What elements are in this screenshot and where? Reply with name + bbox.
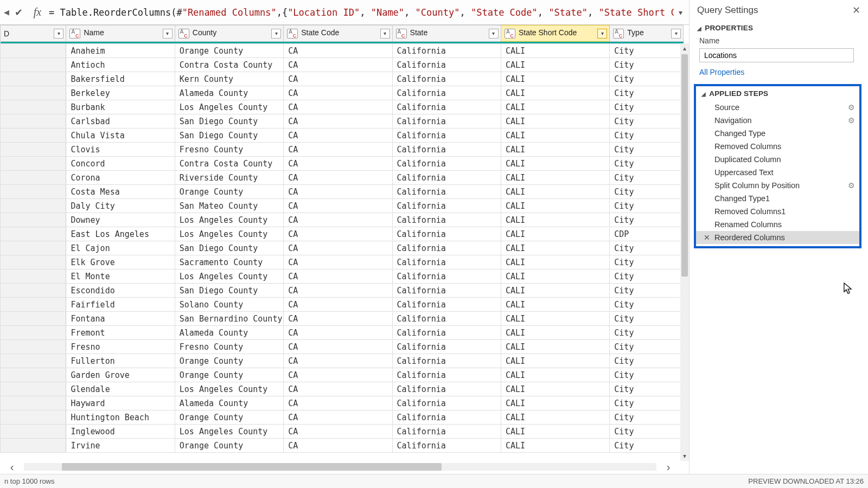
table-row[interactable]: FairfieldSolano CountyCACaliforniaCALICi… xyxy=(1,298,684,312)
cell[interactable]: San Diego County xyxy=(175,284,283,298)
cell[interactable]: San Diego County xyxy=(175,241,283,255)
table-row[interactable]: El MonteLos Angeles CountyCACaliforniaCA… xyxy=(1,269,684,284)
cell[interactable]: Los Angeles County xyxy=(175,382,283,396)
cell[interactable] xyxy=(1,354,66,368)
cell[interactable]: CA xyxy=(284,157,392,171)
cell[interactable]: CALI xyxy=(501,171,609,185)
cell[interactable]: Daly City xyxy=(66,199,175,213)
applied-step[interactable]: Uppercased Text xyxy=(696,166,859,179)
cell[interactable]: CA xyxy=(284,171,392,185)
cell[interactable]: Huntington Beach xyxy=(66,410,175,425)
scroll-left-icon[interactable]: ‹ xyxy=(0,461,24,473)
cell[interactable]: CALI xyxy=(501,199,609,213)
cell[interactable]: Corona xyxy=(66,171,175,185)
cell[interactable]: CDP xyxy=(610,227,684,241)
cell[interactable]: California xyxy=(392,143,501,157)
cell[interactable]: Los Angeles County xyxy=(175,227,283,241)
cell[interactable]: Los Angeles County xyxy=(175,213,283,227)
cell[interactable]: CA xyxy=(284,213,392,227)
cell[interactable]: CALI xyxy=(501,340,609,354)
cell[interactable] xyxy=(1,312,66,326)
cell[interactable]: Glendale xyxy=(66,382,175,396)
cell[interactable]: CA xyxy=(284,185,392,199)
column-filter-icon[interactable]: ▾ xyxy=(489,29,499,38)
cell[interactable]: CA xyxy=(284,340,392,354)
applied-step[interactable]: Changed Type1 xyxy=(696,192,859,205)
formula-expand-icon[interactable]: ▾ xyxy=(674,8,687,17)
cell[interactable]: CALI xyxy=(501,185,609,199)
cell[interactable]: City xyxy=(610,213,684,227)
cell[interactable] xyxy=(1,100,66,114)
cell[interactable]: Alameda County xyxy=(175,326,283,340)
cell[interactable]: CA xyxy=(284,284,392,298)
cell[interactable]: Orange County xyxy=(175,368,283,382)
cell[interactable] xyxy=(1,410,66,425)
cell[interactable]: City xyxy=(610,326,684,340)
delete-step-icon[interactable]: ✕ xyxy=(704,233,710,242)
cell[interactable] xyxy=(1,129,66,143)
cell[interactable]: CALI xyxy=(501,100,609,114)
cell[interactable]: City xyxy=(610,199,684,213)
cell[interactable]: Riverside County xyxy=(175,171,283,185)
cell[interactable]: Fresno County xyxy=(175,340,283,354)
data-grid[interactable]: D▾Name▾County▾State Code▾State▾State Sho… xyxy=(0,25,684,453)
table-row[interactable]: FresnoFresno CountyCACaliforniaCALICity xyxy=(1,340,684,354)
table-row[interactable]: El CajonSan Diego CountyCACaliforniaCALI… xyxy=(1,241,684,255)
cell[interactable]: City xyxy=(610,58,684,72)
nav-left-icon[interactable]: ◀ xyxy=(2,0,11,24)
cell[interactable]: City xyxy=(610,298,684,312)
column-header-sc[interactable]: State Code▾ xyxy=(284,25,392,42)
cell[interactable] xyxy=(1,44,66,58)
cell[interactable]: City xyxy=(610,425,684,439)
cell[interactable]: CALI xyxy=(501,382,609,396)
cell[interactable]: San Diego County xyxy=(175,114,283,129)
cell[interactable]: City xyxy=(610,72,684,86)
column-header-typ[interactable]: Type▾ xyxy=(610,25,684,42)
table-row[interactable]: HaywardAlameda CountyCACaliforniaCALICit… xyxy=(1,396,684,410)
cell[interactable]: Los Angeles County xyxy=(175,100,283,114)
table-row[interactable]: BurbankLos Angeles CountyCACaliforniaCAL… xyxy=(1,100,684,114)
cell[interactable]: City xyxy=(610,171,684,185)
cell[interactable]: Garden Grove xyxy=(66,368,175,382)
column-filter-icon[interactable]: ▾ xyxy=(163,29,173,38)
cell[interactable] xyxy=(1,185,66,199)
cell[interactable]: Fontana xyxy=(66,312,175,326)
cell[interactable]: CALI xyxy=(501,368,609,382)
cell[interactable]: Fairfield xyxy=(66,298,175,312)
cell[interactable]: San Bernardino County xyxy=(175,312,283,326)
cell[interactable]: California xyxy=(392,227,501,241)
cell[interactable]: CALI xyxy=(501,396,609,410)
column-filter-icon[interactable]: ▾ xyxy=(671,29,681,38)
cell[interactable] xyxy=(1,114,66,129)
table-row[interactable]: InglewoodLos Angeles CountyCACaliforniaC… xyxy=(1,425,684,439)
cell[interactable] xyxy=(1,143,66,157)
applied-step[interactable]: Changed Type xyxy=(696,127,859,140)
gear-icon[interactable]: ⚙ xyxy=(848,103,855,112)
cell[interactable]: California xyxy=(392,382,501,396)
cell[interactable]: CALI xyxy=(501,298,609,312)
cell[interactable]: Solano County xyxy=(175,298,283,312)
cell[interactable] xyxy=(1,284,66,298)
cell[interactable]: Antioch xyxy=(66,58,175,72)
cell[interactable]: El Cajon xyxy=(66,241,175,255)
cell[interactable]: Downey xyxy=(66,213,175,227)
cell[interactable]: City xyxy=(610,368,684,382)
column-header-st[interactable]: State▾ xyxy=(392,25,501,42)
cell[interactable]: City xyxy=(610,382,684,396)
cell[interactable] xyxy=(1,425,66,439)
cell[interactable]: CALI xyxy=(501,269,609,284)
cell[interactable]: Orange County xyxy=(175,410,283,425)
cell[interactable]: CA xyxy=(284,312,392,326)
cell[interactable] xyxy=(1,213,66,227)
cell[interactable]: CALI xyxy=(501,86,609,100)
cell[interactable]: CA xyxy=(284,354,392,368)
cell[interactable]: City xyxy=(610,129,684,143)
cell[interactable]: Costa Mesa xyxy=(66,185,175,199)
cell[interactable]: California xyxy=(392,213,501,227)
cell[interactable]: City xyxy=(610,157,684,171)
cell[interactable]: CA xyxy=(284,326,392,340)
column-filter-icon[interactable]: ▾ xyxy=(380,29,390,38)
cell[interactable]: CALI xyxy=(501,58,609,72)
cell[interactable] xyxy=(1,227,66,241)
cell[interactable]: California xyxy=(392,298,501,312)
